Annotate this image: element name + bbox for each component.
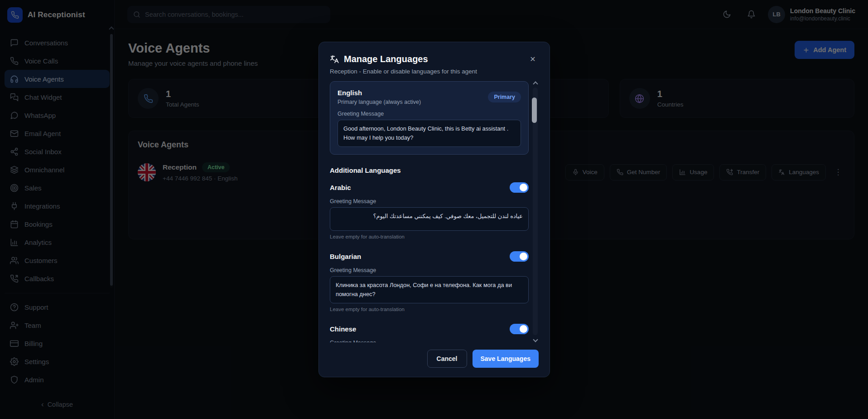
- bulgarian-greeting-input[interactable]: Клиника за красота Лондон, Софи е на тел…: [330, 276, 529, 303]
- manage-languages-modal: Manage Languages ✕ Reception - Enable or…: [318, 42, 550, 377]
- english-greeting-input[interactable]: Good afternoon, London Beauty Clinic, th…: [338, 120, 521, 147]
- app-root: AI Receptionist Conversations Voice Call…: [0, 0, 868, 419]
- modal-subtitle: Reception - Enable or disable languages …: [330, 68, 539, 75]
- auto-translate-hint: Leave empty for auto-translation: [330, 234, 529, 239]
- modal-title: Manage Languages: [344, 54, 428, 64]
- language-name: English: [338, 89, 421, 97]
- save-languages-button[interactable]: Save Languages: [473, 350, 539, 368]
- language-name: Arabic: [330, 184, 351, 191]
- greeting-label: Greeting Message: [338, 111, 521, 117]
- primary-language-texts: English Primary language (always active): [338, 89, 421, 105]
- modal-scrollbar-thumb[interactable]: [532, 97, 537, 123]
- arabic-toggle[interactable]: [510, 182, 529, 193]
- modal-header: Manage Languages ✕: [330, 53, 539, 65]
- primary-language-card: English Primary language (always active)…: [330, 81, 529, 155]
- chinese-toggle[interactable]: [510, 324, 529, 334]
- language-block-bulgarian: Bulgarian Greeting Message Клиника за кр…: [330, 251, 529, 312]
- toggle-knob: [520, 184, 527, 191]
- additional-languages-title: Additional Languages: [330, 166, 529, 174]
- modal-scrollbar[interactable]: [533, 88, 538, 335]
- language-name: Bulgarian: [330, 253, 361, 260]
- close-icon[interactable]: ✕: [527, 53, 539, 65]
- greeting-label: Greeting Message: [330, 198, 529, 205]
- cancel-button[interactable]: Cancel: [427, 350, 467, 368]
- language-block-arabic: Arabic Greeting Message عياده لندن للتجم…: [330, 182, 529, 239]
- toggle-knob: [520, 253, 527, 260]
- modal-scroll-area: English Primary language (always active)…: [330, 81, 539, 342]
- arabic-greeting-input[interactable]: عياده لندن للتجميل، معك صوفي. كيف يمكنني…: [330, 207, 529, 231]
- scroll-up-icon[interactable]: [533, 81, 538, 86]
- toggle-knob: [520, 325, 527, 333]
- greeting-label: Greeting Message: [330, 340, 529, 342]
- language-name: Chinese: [330, 325, 356, 333]
- primary-language-note: Primary language (always active): [338, 99, 421, 105]
- modal-footer: Cancel Save Languages: [330, 350, 539, 368]
- language-block-chinese: Chinese Greeting Message 伦敦美容诊所，您好，我是苏菲。…: [330, 324, 529, 342]
- translate-icon: [330, 54, 339, 64]
- auto-translate-hint: Leave empty for auto-translation: [330, 307, 529, 312]
- greeting-label: Greeting Message: [330, 267, 529, 273]
- bulgarian-toggle[interactable]: [510, 251, 529, 262]
- primary-badge: Primary: [488, 92, 521, 102]
- scroll-down-icon[interactable]: [533, 337, 538, 342]
